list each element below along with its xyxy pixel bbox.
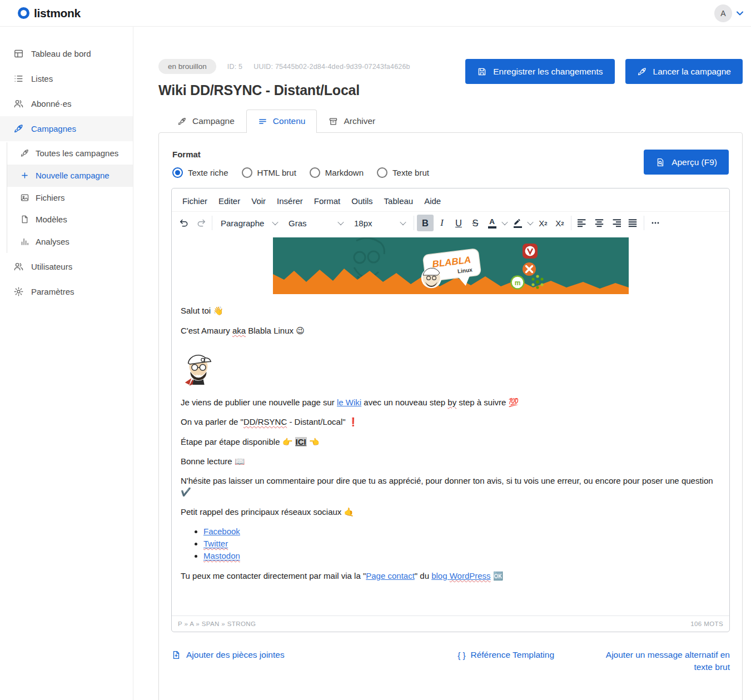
radio-label: Texte brut <box>392 168 429 177</box>
sidebar-item-all-campaigns[interactable]: Toutes les campagnes <box>7 142 133 165</box>
highlighted-word: ICI <box>295 437 307 446</box>
align-right-button[interactable] <box>608 215 624 231</box>
editor-toolbar: Paragraphe Gras 18px B I U S A <box>172 211 729 235</box>
status-badge: en brouillon <box>158 59 216 74</box>
svg-text:m: m <box>514 279 520 287</box>
font-size-select[interactable]: 18px <box>349 215 411 231</box>
menu-view[interactable]: Voir <box>246 192 271 210</box>
sidebar-item-lists[interactable]: Listes <box>0 66 133 91</box>
preview-icon <box>655 157 665 167</box>
editor-content-area[interactable]: BLABLA Linux <box>172 235 729 615</box>
paragraph: On va parler de "DD/RSYNC - Distant/Loca… <box>181 416 720 428</box>
sidebar-item-label: Toutes les campagnes <box>36 147 118 160</box>
menu-file[interactable]: Fichier <box>177 192 213 210</box>
twitter-link[interactable]: Twitter <box>203 539 228 548</box>
justify-button[interactable] <box>624 215 641 231</box>
word-count[interactable]: 106 MOTS <box>690 620 723 627</box>
sidebar-item-settings[interactable]: Paramètres <box>0 279 133 304</box>
align-left-button[interactable] <box>574 215 591 231</box>
chevron-down-icon <box>501 219 508 225</box>
avatar[interactable]: A <box>714 4 732 22</box>
editor-statusbar: P » A » SPAN » STRONG 106 MOTS <box>172 615 729 632</box>
campaign-header: en brouillon ID: 5 UUID: 75445b02-2d84-4… <box>158 59 743 98</box>
font-family-select[interactable]: Gras <box>283 215 349 231</box>
radio-plaintext[interactable]: Texte brut <box>377 167 429 178</box>
preview-button[interactable]: Aperçu (F9) <box>644 150 729 175</box>
text-color-icon: A <box>488 218 496 229</box>
facebook-link[interactable]: Facebook <box>203 527 240 536</box>
more-tools-button[interactable] <box>647 215 664 231</box>
sidebar-item-label: Nouvelle campagne <box>36 170 110 182</box>
tab-archive[interactable]: Archiver <box>317 110 387 133</box>
sidebar-item-subscribers[interactable]: Abonné·es <box>0 91 133 116</box>
element-path[interactable]: P » A » SPAN » STRONG <box>178 620 256 627</box>
text-color-button[interactable]: A <box>484 215 500 231</box>
chevron-down-icon[interactable] <box>734 8 745 19</box>
x-icon <box>523 262 536 276</box>
italic-button[interactable]: I <box>434 215 450 231</box>
wordpress-blog-link[interactable]: blog WordPress <box>431 571 490 580</box>
avatar-image <box>181 345 720 389</box>
bold-button[interactable]: B <box>417 215 434 231</box>
strikethrough-button[interactable]: S <box>467 215 484 231</box>
menu-help[interactable]: Aide <box>419 192 446 210</box>
sidebar-item-media[interactable]: Fichiers <box>7 187 133 209</box>
braces-icon: { } <box>457 649 465 662</box>
menu-insert[interactable]: Insérer <box>271 192 309 210</box>
campaign-tabs: Campagne Contenu Archiver <box>158 110 743 132</box>
vivaldi-icon <box>523 244 538 259</box>
lines-icon <box>581 650 591 660</box>
menu-table[interactable]: Tableau <box>379 192 419 210</box>
users-icon <box>13 261 24 272</box>
subscript-button[interactable]: X2 <box>535 215 551 231</box>
rocket-icon <box>13 123 24 134</box>
tab-content[interactable]: Contenu <box>246 110 317 133</box>
sidebar: Tableau de bord Listes Abonné·es Campagn… <box>0 27 133 700</box>
redo-button[interactable] <box>192 215 209 231</box>
save-icon <box>477 67 487 77</box>
highlight-color-menu-button[interactable] <box>526 215 535 231</box>
mastodon-link[interactable]: Mastodon <box>203 551 240 560</box>
sidebar-item-label: Campagnes <box>31 124 76 133</box>
chart-icon <box>20 237 29 246</box>
listmonk-logo[interactable]: listmonk <box>18 7 81 20</box>
superscript-button[interactable]: X2 <box>551 215 568 231</box>
social-links-list: Facebook Twitter Mastodon <box>181 526 720 562</box>
menu-tools[interactable]: Outils <box>346 192 378 210</box>
menu-format[interactable]: Format <box>309 192 346 210</box>
sidebar-item-dashboard[interactable]: Tableau de bord <box>0 41 133 66</box>
align-center-button[interactable] <box>591 215 608 231</box>
rocket-icon <box>20 148 29 158</box>
radio-raw-html[interactable]: HTML brut <box>242 167 296 178</box>
contact-page-link[interactable]: Page contact <box>366 571 415 580</box>
menu-edit[interactable]: Editer <box>213 192 246 210</box>
radio-icon <box>310 167 320 178</box>
attach-file-icon <box>171 650 181 660</box>
launch-campaign-button[interactable]: Lancer la campagne <box>625 59 743 84</box>
wiki-link[interactable]: le Wiki <box>337 398 361 407</box>
highlight-color-button[interactable] <box>509 215 526 231</box>
add-attachments-link[interactable]: Ajouter des pièces jointes <box>171 649 285 661</box>
sidebar-item-campaigns[interactable]: Campagnes <box>0 116 133 141</box>
user-menu[interactable]: A <box>714 4 745 22</box>
radio-richtext[interactable]: Texte riche <box>172 167 228 178</box>
save-button-label: Enregistrer les changements <box>493 67 603 77</box>
sidebar-item-label: Tableau de bord <box>31 49 91 58</box>
sidebar-item-templates[interactable]: Modèles <box>7 208 133 231</box>
undo-button[interactable] <box>176 215 192 231</box>
save-changes-button[interactable]: Enregistrer les changements <box>465 59 614 84</box>
tab-campaign[interactable]: Campagne <box>166 110 246 133</box>
underline-button[interactable]: U <box>450 215 467 231</box>
archive-icon <box>329 117 338 126</box>
sidebar-item-users[interactable]: Utilisateurs <box>0 254 133 279</box>
text-color-menu-button[interactable] <box>500 215 509 231</box>
radio-markdown[interactable]: Markdown <box>310 167 364 178</box>
add-alt-plaintext-link[interactable]: Ajouter un message alternatif en texte b… <box>581 649 730 674</box>
sidebar-item-new-campaign[interactable]: Nouvelle campagne <box>7 165 133 187</box>
block-format-select[interactable]: Paragraphe <box>215 215 283 231</box>
tab-label: Contenu <box>273 116 306 126</box>
templating-reference-link[interactable]: { } Référence Templating <box>457 649 554 662</box>
linux-mint-icon: m <box>511 276 524 289</box>
logo-text: listmonk <box>34 7 81 20</box>
sidebar-item-analytics[interactable]: Analyses <box>7 231 133 253</box>
